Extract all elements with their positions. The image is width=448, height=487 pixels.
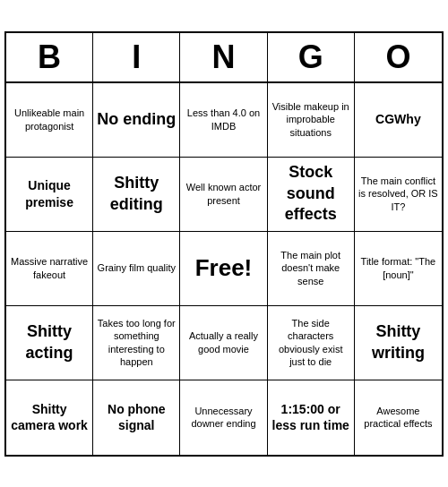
bingo-cell-13: The main plot doesn't make sense — [268, 232, 355, 306]
bingo-letter-b: B — [6, 33, 93, 81]
cell-text-4: CGWhy — [375, 111, 421, 127]
cell-text-21: No phone signal — [97, 401, 176, 433]
cell-text-10: Massive narrative fakeout — [10, 255, 89, 281]
bingo-cell-16: Takes too long for something interesting… — [93, 306, 180, 380]
cell-text-13: The main plot doesn't make sense — [271, 249, 350, 287]
bingo-cell-14: Title format: "The [noun]" — [355, 232, 442, 306]
bingo-cell-22: Unnecessary downer ending — [180, 380, 267, 455]
bingo-cell-20: Shitty camera work — [6, 380, 93, 455]
cell-text-22: Unnecessary downer ending — [184, 405, 263, 431]
bingo-cell-23: 1:15:00 or less run time — [268, 380, 355, 455]
bingo-cell-11: Grainy film quality — [93, 232, 180, 306]
bingo-cell-1: No ending — [93, 83, 180, 158]
bingo-cell-24: Awesome practical effects — [355, 380, 442, 455]
cell-text-0: Unlikeable main protagonist — [10, 107, 89, 132]
bingo-cell-2: Less than 4.0 on IMDB — [180, 83, 267, 158]
bingo-cell-8: Stock sound effects — [268, 158, 355, 232]
bingo-grid: Unlikeable main protagonistNo endingLess… — [6, 83, 442, 455]
cell-text-5: Unique premise — [10, 177, 89, 209]
cell-text-18: The side characters obviously exist just… — [271, 317, 350, 368]
cell-text-9: The main conflict is resolved, OR IS IT? — [358, 175, 438, 213]
cell-text-14: Title format: "The [noun]" — [358, 255, 438, 281]
cell-text-3: Visible makeup in improbable situations — [271, 100, 350, 139]
cell-text-20: Shitty camera work — [10, 401, 89, 433]
cell-text-12: Free! — [195, 253, 253, 284]
bingo-cell-12: Free! — [180, 232, 267, 306]
bingo-cell-15: Shitty acting — [6, 306, 93, 380]
cell-text-16: Takes too long for something interesting… — [97, 317, 176, 368]
bingo-cell-0: Unlikeable main protagonist — [6, 83, 93, 158]
cell-text-24: Awesome practical effects — [358, 405, 438, 431]
bingo-cell-5: Unique premise — [6, 158, 93, 232]
cell-text-23: 1:15:00 or less run time — [271, 401, 350, 433]
bingo-letter-o: O — [355, 33, 442, 81]
cell-text-6: Shitty editing — [97, 173, 176, 215]
bingo-card: BINGO Unlikeable main protagonistNo endi… — [4, 31, 444, 457]
bingo-cell-4: CGWhy — [355, 83, 442, 158]
cell-text-15: Shitty acting — [10, 321, 89, 363]
bingo-cell-19: Shitty writing — [355, 306, 442, 380]
bingo-cell-9: The main conflict is resolved, OR IS IT? — [355, 158, 442, 232]
cell-text-17: Actually a really good movie — [184, 329, 263, 355]
bingo-cell-17: Actually a really good movie — [180, 306, 267, 380]
cell-text-2: Less than 4.0 on IMDB — [184, 107, 263, 132]
bingo-cell-21: No phone signal — [93, 380, 180, 455]
bingo-cell-10: Massive narrative fakeout — [6, 232, 93, 306]
cell-text-11: Grainy film quality — [98, 261, 176, 274]
cell-text-19: Shitty writing — [358, 321, 438, 363]
cell-text-8: Stock sound effects — [271, 162, 350, 225]
bingo-cell-7: Well known actor present — [180, 158, 267, 232]
cell-text-7: Well known actor present — [184, 181, 263, 207]
bingo-cell-3: Visible makeup in improbable situations — [268, 83, 355, 158]
cell-text-1: No ending — [97, 109, 176, 130]
bingo-header: BINGO — [6, 33, 442, 83]
bingo-letter-i: I — [93, 33, 180, 81]
bingo-cell-18: The side characters obviously exist just… — [268, 306, 355, 380]
bingo-letter-g: G — [268, 33, 355, 81]
bingo-letter-n: N — [180, 33, 267, 81]
bingo-cell-6: Shitty editing — [93, 158, 180, 232]
